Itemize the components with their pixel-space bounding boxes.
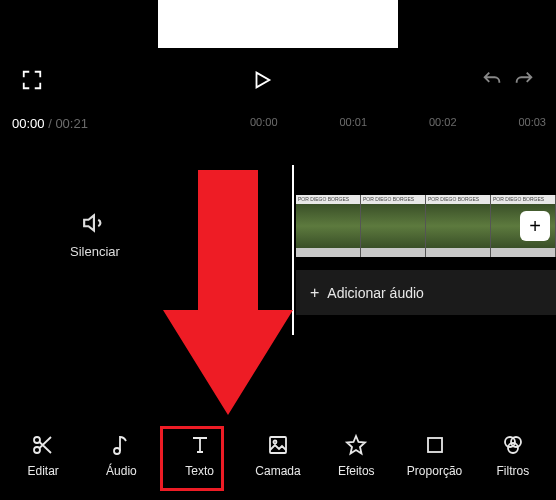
- red-arrow-annotation: [163, 170, 293, 420]
- time-current: 00:00: [12, 116, 45, 131]
- plus-icon: +: [310, 284, 319, 302]
- image-icon: [265, 432, 291, 458]
- svg-rect-5: [428, 438, 442, 452]
- video-clip[interactable]: [361, 195, 426, 257]
- tool-editar[interactable]: Editar: [13, 426, 73, 484]
- svg-rect-3: [270, 437, 286, 453]
- video-track[interactable]: +: [296, 195, 556, 257]
- svg-point-7: [511, 437, 521, 447]
- tool-label: Camada: [255, 464, 300, 478]
- bottom-toolbar: Editar Áudio Texto Camada: [0, 420, 556, 500]
- ruler-mark: 00:01: [339, 116, 367, 128]
- add-audio-label: Adicionar áudio: [327, 285, 424, 301]
- speaker-icon: [82, 210, 108, 236]
- star-icon: [343, 432, 369, 458]
- svg-point-4: [273, 441, 276, 444]
- music-note-icon: [108, 432, 134, 458]
- svg-point-2: [114, 448, 120, 454]
- tool-efeitos[interactable]: Efeitos: [326, 426, 386, 484]
- svg-point-1: [34, 447, 40, 453]
- video-clip[interactable]: [296, 195, 361, 257]
- tool-filtros[interactable]: Filtros: [483, 426, 543, 484]
- scissors-icon: [30, 432, 56, 458]
- filters-icon: [500, 432, 526, 458]
- time-total: 00:21: [55, 116, 88, 131]
- tool-proporcao[interactable]: Proporção: [405, 426, 465, 484]
- mute-button[interactable]: Silenciar: [70, 210, 120, 259]
- audio-track[interactable]: + Adicionar áudio: [296, 270, 556, 315]
- time-separator: /: [45, 116, 56, 131]
- timeline-ruler: 00:00 00:01 00:02 00:03: [250, 116, 546, 128]
- svg-point-8: [508, 443, 518, 453]
- mute-label: Silenciar: [70, 244, 120, 259]
- redo-button[interactable]: [510, 66, 538, 94]
- square-icon: [422, 432, 448, 458]
- transport-bar: [0, 60, 556, 100]
- video-clip[interactable]: [426, 195, 491, 257]
- ruler-mark: 00:02: [429, 116, 457, 128]
- tool-label: Proporção: [407, 464, 462, 478]
- fullscreen-icon[interactable]: [18, 66, 46, 94]
- plus-icon: +: [529, 215, 541, 238]
- tool-camada[interactable]: Camada: [248, 426, 308, 484]
- tool-label: Áudio: [106, 464, 137, 478]
- timeline-editor[interactable]: Silenciar + + Adicionar áudio: [0, 155, 556, 420]
- ruler-mark: 00:00: [250, 116, 278, 128]
- tool-label: Editar: [27, 464, 58, 478]
- tool-audio[interactable]: Áudio: [91, 426, 151, 484]
- red-highlight-annotation: [160, 426, 224, 491]
- tool-label: Efeitos: [338, 464, 375, 478]
- video-preview[interactable]: [158, 0, 398, 48]
- time-display: 00:00 / 00:21: [12, 116, 88, 131]
- svg-point-0: [34, 437, 40, 443]
- undo-button[interactable]: [478, 66, 506, 94]
- play-button[interactable]: [248, 66, 276, 94]
- add-clip-button[interactable]: +: [520, 211, 550, 241]
- tool-label: Filtros: [496, 464, 529, 478]
- ruler-mark: 00:03: [518, 116, 546, 128]
